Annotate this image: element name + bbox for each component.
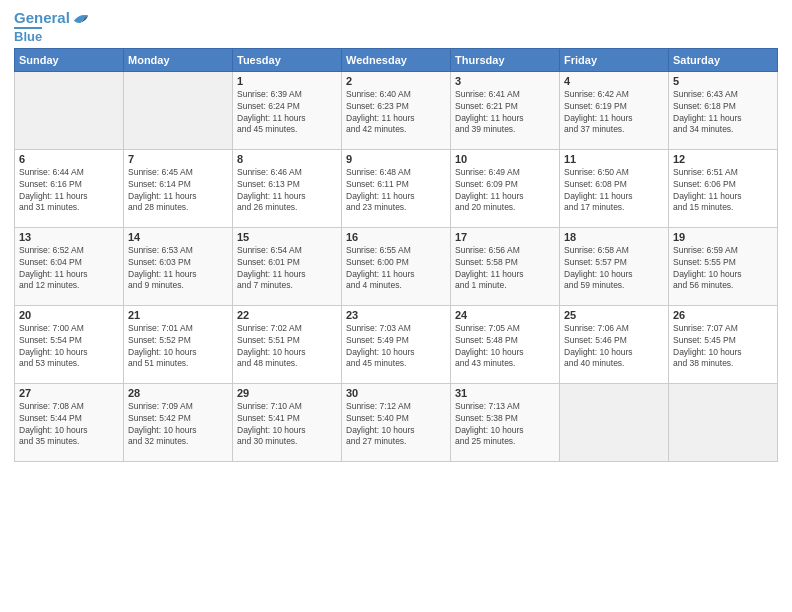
calendar-cell: 3Sunrise: 6:41 AM Sunset: 6:21 PM Daylig… [451,71,560,149]
day-info: Sunrise: 6:55 AM Sunset: 6:00 PM Dayligh… [346,245,446,293]
day-info: Sunrise: 6:48 AM Sunset: 6:11 PM Dayligh… [346,167,446,215]
day-number: 8 [237,153,337,165]
day-number: 14 [128,231,228,243]
week-row-1: 1Sunrise: 6:39 AM Sunset: 6:24 PM Daylig… [15,71,778,149]
day-number: 12 [673,153,773,165]
day-number: 30 [346,387,446,399]
calendar-cell: 24Sunrise: 7:05 AM Sunset: 5:48 PM Dayli… [451,305,560,383]
day-info: Sunrise: 6:52 AM Sunset: 6:04 PM Dayligh… [19,245,119,293]
day-number: 13 [19,231,119,243]
day-number: 25 [564,309,664,321]
day-info: Sunrise: 7:03 AM Sunset: 5:49 PM Dayligh… [346,323,446,371]
day-number: 10 [455,153,555,165]
header: General Blue [14,10,778,44]
day-number: 18 [564,231,664,243]
calendar-cell: 16Sunrise: 6:55 AM Sunset: 6:00 PM Dayli… [342,227,451,305]
weekday-header-saturday: Saturday [669,48,778,71]
day-number: 9 [346,153,446,165]
week-row-5: 27Sunrise: 7:08 AM Sunset: 5:44 PM Dayli… [15,383,778,461]
day-info: Sunrise: 7:08 AM Sunset: 5:44 PM Dayligh… [19,401,119,449]
day-number: 20 [19,309,119,321]
calendar-cell: 1Sunrise: 6:39 AM Sunset: 6:24 PM Daylig… [233,71,342,149]
day-info: Sunrise: 7:02 AM Sunset: 5:51 PM Dayligh… [237,323,337,371]
day-info: Sunrise: 6:45 AM Sunset: 6:14 PM Dayligh… [128,167,228,215]
calendar-cell: 29Sunrise: 7:10 AM Sunset: 5:41 PM Dayli… [233,383,342,461]
week-row-3: 13Sunrise: 6:52 AM Sunset: 6:04 PM Dayli… [15,227,778,305]
day-info: Sunrise: 6:44 AM Sunset: 6:16 PM Dayligh… [19,167,119,215]
day-info: Sunrise: 6:51 AM Sunset: 6:06 PM Dayligh… [673,167,773,215]
day-info: Sunrise: 6:49 AM Sunset: 6:09 PM Dayligh… [455,167,555,215]
day-info: Sunrise: 7:10 AM Sunset: 5:41 PM Dayligh… [237,401,337,449]
day-number: 3 [455,75,555,87]
day-number: 27 [19,387,119,399]
calendar-cell: 2Sunrise: 6:40 AM Sunset: 6:23 PM Daylig… [342,71,451,149]
day-info: Sunrise: 6:46 AM Sunset: 6:13 PM Dayligh… [237,167,337,215]
calendar-cell: 25Sunrise: 7:06 AM Sunset: 5:46 PM Dayli… [560,305,669,383]
calendar-cell: 21Sunrise: 7:01 AM Sunset: 5:52 PM Dayli… [124,305,233,383]
day-number: 24 [455,309,555,321]
calendar-cell: 14Sunrise: 6:53 AM Sunset: 6:03 PM Dayli… [124,227,233,305]
day-info: Sunrise: 6:39 AM Sunset: 6:24 PM Dayligh… [237,89,337,137]
page-container: General Blue SundayMondayTuesdayWednesda… [0,0,792,468]
calendar-cell: 9Sunrise: 6:48 AM Sunset: 6:11 PM Daylig… [342,149,451,227]
calendar-cell: 8Sunrise: 6:46 AM Sunset: 6:13 PM Daylig… [233,149,342,227]
day-number: 28 [128,387,228,399]
weekday-header-sunday: Sunday [15,48,124,71]
day-info: Sunrise: 6:56 AM Sunset: 5:58 PM Dayligh… [455,245,555,293]
day-number: 6 [19,153,119,165]
day-info: Sunrise: 6:43 AM Sunset: 6:18 PM Dayligh… [673,89,773,137]
day-number: 22 [237,309,337,321]
day-number: 1 [237,75,337,87]
calendar-table: SundayMondayTuesdayWednesdayThursdayFrid… [14,48,778,462]
logo-text: General [14,10,70,27]
day-number: 19 [673,231,773,243]
day-number: 29 [237,387,337,399]
calendar-cell: 20Sunrise: 7:00 AM Sunset: 5:54 PM Dayli… [15,305,124,383]
calendar-cell: 28Sunrise: 7:09 AM Sunset: 5:42 PM Dayli… [124,383,233,461]
logo-blue-text: Blue [14,27,42,44]
calendar-cell: 18Sunrise: 6:58 AM Sunset: 5:57 PM Dayli… [560,227,669,305]
calendar-cell: 7Sunrise: 6:45 AM Sunset: 6:14 PM Daylig… [124,149,233,227]
calendar-cell: 4Sunrise: 6:42 AM Sunset: 6:19 PM Daylig… [560,71,669,149]
day-number: 26 [673,309,773,321]
calendar-cell: 31Sunrise: 7:13 AM Sunset: 5:38 PM Dayli… [451,383,560,461]
logo: General Blue [14,10,90,44]
calendar-cell: 10Sunrise: 6:49 AM Sunset: 6:09 PM Dayli… [451,149,560,227]
day-info: Sunrise: 6:54 AM Sunset: 6:01 PM Dayligh… [237,245,337,293]
calendar-cell: 17Sunrise: 6:56 AM Sunset: 5:58 PM Dayli… [451,227,560,305]
day-info: Sunrise: 6:58 AM Sunset: 5:57 PM Dayligh… [564,245,664,293]
day-info: Sunrise: 6:42 AM Sunset: 6:19 PM Dayligh… [564,89,664,137]
day-number: 5 [673,75,773,87]
calendar-cell [669,383,778,461]
weekday-header-thursday: Thursday [451,48,560,71]
calendar-cell: 5Sunrise: 6:43 AM Sunset: 6:18 PM Daylig… [669,71,778,149]
calendar-cell: 26Sunrise: 7:07 AM Sunset: 5:45 PM Dayli… [669,305,778,383]
calendar-cell: 13Sunrise: 6:52 AM Sunset: 6:04 PM Dayli… [15,227,124,305]
week-row-2: 6Sunrise: 6:44 AM Sunset: 6:16 PM Daylig… [15,149,778,227]
day-info: Sunrise: 7:06 AM Sunset: 5:46 PM Dayligh… [564,323,664,371]
calendar-cell: 6Sunrise: 6:44 AM Sunset: 6:16 PM Daylig… [15,149,124,227]
weekday-header-friday: Friday [560,48,669,71]
day-info: Sunrise: 6:40 AM Sunset: 6:23 PM Dayligh… [346,89,446,137]
day-info: Sunrise: 7:09 AM Sunset: 5:42 PM Dayligh… [128,401,228,449]
weekday-header-wednesday: Wednesday [342,48,451,71]
calendar-cell [15,71,124,149]
calendar-cell: 23Sunrise: 7:03 AM Sunset: 5:49 PM Dayli… [342,305,451,383]
calendar-cell [560,383,669,461]
day-info: Sunrise: 7:07 AM Sunset: 5:45 PM Dayligh… [673,323,773,371]
week-row-4: 20Sunrise: 7:00 AM Sunset: 5:54 PM Dayli… [15,305,778,383]
calendar-cell: 22Sunrise: 7:02 AM Sunset: 5:51 PM Dayli… [233,305,342,383]
day-info: Sunrise: 7:00 AM Sunset: 5:54 PM Dayligh… [19,323,119,371]
day-number: 16 [346,231,446,243]
day-info: Sunrise: 7:05 AM Sunset: 5:48 PM Dayligh… [455,323,555,371]
day-number: 21 [128,309,228,321]
day-number: 4 [564,75,664,87]
day-number: 2 [346,75,446,87]
calendar-cell: 19Sunrise: 6:59 AM Sunset: 5:55 PM Dayli… [669,227,778,305]
day-info: Sunrise: 6:59 AM Sunset: 5:55 PM Dayligh… [673,245,773,293]
day-info: Sunrise: 6:53 AM Sunset: 6:03 PM Dayligh… [128,245,228,293]
day-number: 11 [564,153,664,165]
day-info: Sunrise: 7:13 AM Sunset: 5:38 PM Dayligh… [455,401,555,449]
logo-bird-icon [72,11,90,25]
day-info: Sunrise: 7:01 AM Sunset: 5:52 PM Dayligh… [128,323,228,371]
